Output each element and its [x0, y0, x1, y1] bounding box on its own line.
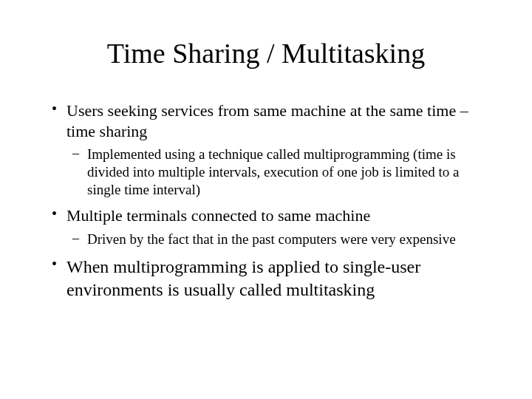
list-item: Users seeking services from same machine… — [44, 100, 488, 198]
slide-title: Time Sharing / Multitasking — [44, 37, 488, 69]
list-item: Driven by the fact that in the past comp… — [66, 231, 488, 248]
bullet-text: When multiprogramming is applied to sing… — [66, 256, 488, 301]
bullet-list: Users seeking services from same machine… — [44, 100, 488, 301]
sub-bullet-list: Driven by the fact that in the past comp… — [66, 231, 488, 248]
list-item: Multiple terminals connected to same mac… — [44, 205, 488, 248]
bullet-text: Users seeking services from same machine… — [66, 100, 488, 141]
sub-bullet-text: Driven by the fact that in the past comp… — [87, 231, 488, 248]
list-item: When multiprogramming is applied to sing… — [44, 256, 488, 301]
sub-bullet-list: Implemented using a technique called mul… — [66, 146, 488, 198]
bullet-text: Multiple terminals connected to same mac… — [66, 205, 488, 226]
list-item: Implemented using a technique called mul… — [66, 146, 488, 198]
sub-bullet-text: Implemented using a technique called mul… — [87, 146, 488, 198]
